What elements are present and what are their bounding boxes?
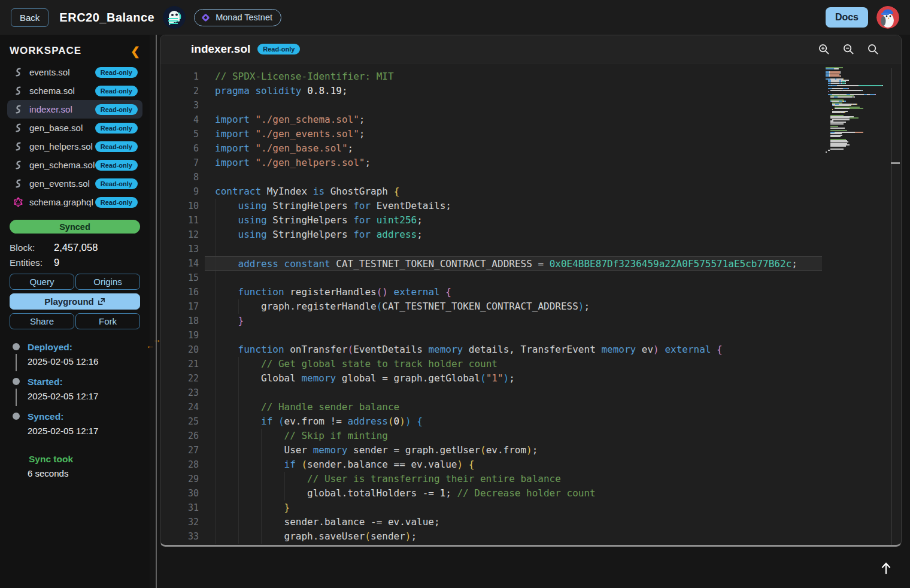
timeline-entry: Started:2025-02-05 12:17 [12, 376, 140, 411]
entities-value: 9 [54, 255, 59, 270]
code-line-1: 1// SPDX-License-Identifier: MIT [160, 69, 901, 84]
share-button[interactable]: Share [10, 313, 74, 329]
code-line-22: 22Global memory global = graph.getGlobal… [160, 371, 901, 386]
timeline-label: Synced: [28, 411, 98, 422]
code-line-23: 23 [160, 386, 901, 400]
code-line-29: 29// User is transferring their entire b… [160, 472, 901, 486]
sidebar-resize-handle[interactable]: → ← [145, 335, 165, 350]
monad-icon [201, 13, 211, 23]
code-line-13: 13 [160, 242, 901, 256]
zoom-in-icon[interactable] [818, 43, 830, 56]
file-name: gen_base.sol [29, 123, 95, 133]
code-line-3: 3 [160, 98, 901, 113]
editor-header: indexer.sol Read-only [160, 35, 901, 63]
file-name: gen_events.sol [29, 178, 95, 189]
code-line-4: 4import "./gen_schema.sol"; [160, 113, 901, 127]
timeline-entry: Deployed:2025-02-05 12:16 [12, 341, 140, 376]
collapse-sidebar-icon[interactable]: ❮ [131, 46, 140, 57]
zoom-out-icon[interactable] [842, 43, 855, 56]
read-only-badge: Read-only [95, 178, 138, 189]
playground-button[interactable]: Playground [10, 293, 140, 310]
read-only-badge: Read-only [95, 67, 138, 78]
solidity-icon [13, 67, 24, 78]
code-line-8: 8 [160, 170, 901, 184]
code-line-2: 2pragma solidity 0.8.19; [160, 84, 901, 98]
editor-filename: indexer.sol [191, 43, 250, 56]
file-name: gen_schema.sol [29, 160, 95, 170]
code-line-31: 31} [160, 501, 901, 515]
arrow-up-icon [878, 560, 894, 576]
solidity-icon [13, 86, 24, 96]
top-bar: Back ERC20_Balance Monad Testnet Docs [0, 0, 910, 35]
docs-button[interactable]: Docs [826, 7, 868, 28]
code-line-24: 24// Handle sender balance [160, 400, 901, 414]
solidity-icon [13, 178, 24, 189]
file-name: schema.sol [29, 86, 95, 96]
minimap[interactable] [826, 67, 891, 153]
code-line-12: 12using StringHelpers for address; [160, 228, 901, 242]
network-badge[interactable]: Monad Testnet [194, 9, 281, 26]
code-line-10: 10using StringHelpers for EventDetails; [160, 199, 901, 213]
code-line-7: 7import "./gen_helpers.sol"; [160, 156, 901, 170]
timeline-dot [13, 413, 20, 420]
entities-label: Entities: [10, 255, 54, 270]
code-line-19: 19 [160, 328, 901, 343]
scroll-to-top-button[interactable] [875, 558, 897, 580]
solidity-icon [13, 141, 24, 152]
solidity-icon [13, 160, 24, 171]
external-link-icon [98, 298, 105, 305]
code-line-11: 11using StringHelpers for uint256; [160, 213, 901, 228]
code-line-33: 33graph.saveUser(sender); [160, 529, 901, 544]
file-name: gen_helpers.sol [29, 141, 95, 151]
timeline-dot [13, 378, 20, 385]
file-name: indexer.sol [29, 104, 95, 114]
read-only-badge: Read-only [95, 197, 138, 208]
code-line-21: 21// Get global state to track holder co… [160, 357, 901, 371]
network-label: Monad Testnet [216, 13, 272, 22]
code-line-6: 6import "./gen_base.sol"; [160, 141, 901, 156]
read-only-badge: Read-only [95, 160, 138, 171]
sidebar-file-indexer.sol[interactable]: indexer.solRead-only [7, 100, 142, 119]
back-button[interactable]: Back [11, 8, 48, 27]
editor-scrollbar-track [891, 68, 892, 545]
code-line-16: 16function registerHandles() external { [160, 285, 901, 299]
sidebar-file-gen_base.sol[interactable]: gen_base.solRead-only [7, 119, 142, 137]
editor-scrollbar-thumb[interactable] [891, 162, 900, 164]
code-line-14: 14address constant CAT_TESTNET_TOKEN_CON… [160, 256, 901, 271]
timeline-entry: Synced:2025-02-05 12:17 [12, 411, 140, 445]
read-only-badge: Read-only [95, 104, 138, 115]
sync-stats: Block: 2,457,058 Entities: 9 [10, 240, 140, 270]
user-avatar[interactable] [876, 6, 899, 29]
code-area: 1// SPDX-License-Identifier: MIT2pragma … [160, 63, 901, 545]
ghost-logo-icon [163, 6, 186, 29]
code-line-27: 27User memory sender = graph.getUser(ev.… [160, 443, 901, 457]
code-line-30: 30global.totalHolders -= 1; // Decrease … [160, 486, 901, 501]
sidebar-file-schema.graphql[interactable]: schema.graphqlRead-only [7, 193, 142, 211]
sidebar-file-events.sol[interactable]: events.solRead-only [7, 63, 142, 81]
code-line-26: 26// Skip if minting [160, 429, 901, 443]
timeline-value: 2025-02-05 12:17 [28, 391, 98, 401]
code-line-32: 32sender.balance -= ev.value; [160, 515, 901, 529]
read-only-badge: Read-only [257, 44, 300, 54]
query-button[interactable]: Query [10, 274, 74, 290]
sidebar-file-gen_events.sol[interactable]: gen_events.solRead-only [7, 174, 142, 193]
origins-button[interactable]: Origins [75, 274, 140, 290]
code-line-28: 28if (sender.balance == ev.value) { [160, 457, 901, 472]
sync-took-label: Sync took [29, 454, 140, 465]
status-badge: Synced [10, 220, 140, 234]
sidebar-divider [156, 35, 157, 588]
workspace-sidebar: WORKSPACE ❮ events.solRead-onlyschema.so… [0, 35, 150, 588]
timeline-label: Started: [28, 376, 98, 387]
code-editor-panel: indexer.sol Read-only 1// SPDX-License-I… [160, 35, 902, 547]
code-line-20: 20function onTransfer(EventDetails memor… [160, 343, 901, 357]
sidebar-file-gen_schema.sol[interactable]: gen_schema.solRead-only [7, 156, 142, 174]
block-label: Block: [10, 240, 54, 255]
workspace-title: WORKSPACE [10, 45, 81, 57]
fork-button[interactable]: Fork [75, 313, 140, 329]
search-icon[interactable] [867, 43, 879, 56]
sidebar-file-gen_helpers.sol[interactable]: gen_helpers.solRead-only [7, 137, 142, 156]
file-name: events.sol [29, 67, 95, 77]
timeline-label: Deployed: [28, 341, 98, 353]
code-line-25: 25if (ev.from != address(0)) { [160, 414, 901, 429]
sidebar-file-schema.sol[interactable]: schema.solRead-only [7, 81, 142, 100]
